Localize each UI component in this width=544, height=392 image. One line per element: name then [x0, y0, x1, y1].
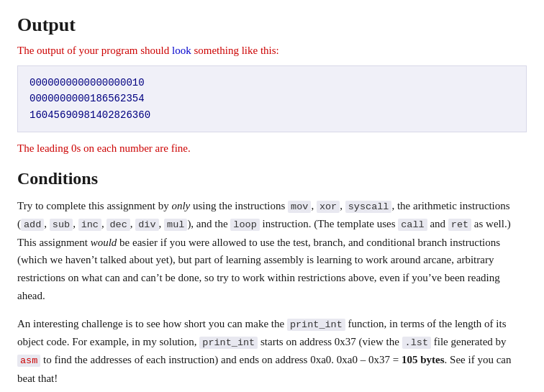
cond-p1-and: and: [427, 218, 448, 229]
cond-p1-after-only: using the instructions: [190, 200, 288, 211]
code-line-3: 16045690981402826360: [30, 107, 514, 123]
cond-p1-middle3: instruction. (The template uses: [260, 218, 398, 229]
code-inc: inc: [78, 219, 101, 231]
code-output-block: 0000000000000000010 0000000000186562354 …: [17, 65, 527, 132]
code-mul: mul: [164, 219, 187, 231]
conditions-section: Conditions Try to complete this assignme…: [17, 169, 527, 387]
cond-p2-asm: asm: [17, 354, 40, 365]
cond-p2-middle4: to find the addresses of each instructio…: [40, 354, 402, 365]
code-sub: sub: [50, 219, 73, 231]
cond-p1-would: would: [91, 237, 117, 248]
code-ret: ret: [448, 219, 471, 231]
code-asm: asm: [17, 355, 40, 367]
code-dec: dec: [106, 219, 130, 231]
code-add: add: [21, 219, 44, 231]
output-desc-part2: something like this:: [191, 45, 279, 56]
conditions-heading: Conditions: [17, 169, 527, 188]
leading-zeros-note: The leading 0s on each number are fine.: [17, 142, 527, 155]
code-print-int-2: print_int: [199, 337, 258, 349]
code-div: div: [135, 219, 158, 231]
code-call: call: [398, 219, 427, 231]
code-line-1: 0000000000000000010: [30, 75, 514, 91]
look-link[interactable]: look: [172, 45, 191, 56]
code-print-int-1: print_int: [287, 319, 345, 331]
conditions-paragraph-1: Try to complete this assignment by only …: [17, 197, 527, 305]
cond-p2-middle3: file generated by: [431, 336, 507, 347]
cond-p2-before1: An interesting challenge is to see how s…: [17, 318, 287, 329]
cond-p1-middle2: ), and the: [187, 218, 230, 229]
cond-p2-bold-bytes: 105 bytes: [402, 354, 445, 365]
cond-p1-before-only: Try to complete this assignment by: [17, 200, 171, 211]
code-lst: .lst: [402, 337, 431, 349]
code-mov: mov: [288, 201, 311, 213]
code-xor: xor: [317, 201, 340, 213]
output-heading: Output: [17, 14, 527, 36]
code-line-2: 0000000000186562354: [30, 91, 514, 106]
code-loop: loop: [230, 219, 259, 231]
cond-p1-only: only: [171, 200, 190, 211]
conditions-paragraph-2: An interesting challenge is to see how s…: [17, 315, 527, 388]
cond-p2-middle2: starts on address 0x37 (view the: [258, 336, 402, 347]
output-desc-part1: The output of your program should: [17, 45, 172, 56]
code-syscall: syscall: [345, 201, 392, 213]
output-description: The output of your program should look s…: [17, 45, 527, 57]
